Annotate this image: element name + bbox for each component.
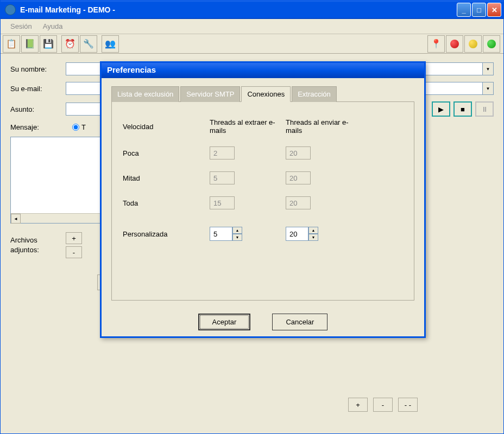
bottom-minus2-button[interactable]: - -: [398, 398, 418, 412]
attach-remove-button[interactable]: -: [66, 246, 82, 258]
row-personalizada-label: Personalizada: [123, 230, 210, 238]
message-label: Mensaje:: [10, 123, 66, 131]
app-icon: [5, 4, 16, 15]
menubar: Sesión Ayuda: [1, 19, 503, 34]
dialog-tabs: Lista de exclusión Servidor SMTP Conexio…: [111, 86, 414, 102]
header-send: Threads al enviar e-mails: [286, 118, 362, 135]
toolbar-btn-3[interactable]: 💾: [40, 35, 57, 53]
menu-sesion[interactable]: Sesión: [5, 20, 37, 33]
name-combo-arrow[interactable]: ▼: [483, 62, 494, 75]
toolbar: 📋 📗 💾 ⏰ 🔧 👥 📍: [1, 34, 503, 54]
cancel-button[interactable]: Cancelar: [272, 314, 327, 330]
name-label: Su nombre:: [10, 65, 66, 73]
minimize-button[interactable]: _: [457, 3, 471, 17]
row-mitad-label: Mitad: [123, 174, 210, 182]
header-extract: Threads al extraer e-mails: [210, 118, 286, 135]
poca-extract-input: [210, 146, 235, 159]
toda-send-input: [286, 196, 311, 209]
toolbar-btn-5[interactable]: 🔧: [80, 35, 97, 53]
attach-add-button[interactable]: +: [66, 232, 82, 244]
header-velocidad: Velocidad: [123, 123, 210, 131]
poca-send-input: [286, 146, 311, 159]
email-label: Su e-mail:: [10, 85, 66, 93]
close-button[interactable]: ✕: [487, 3, 501, 17]
play-button[interactable]: ▶: [432, 101, 450, 117]
mitad-send-input: [286, 171, 311, 184]
main-window: E-mail Marketing - DEMO - _ □ ✕ Sesión A…: [0, 0, 504, 434]
pause-button[interactable]: ⏸: [475, 101, 494, 117]
message-radio-t[interactable]: T: [72, 123, 86, 131]
email-combo-arrow[interactable]: ▼: [483, 82, 494, 95]
bottom-plus-button[interactable]: +: [348, 398, 368, 412]
status-pin[interactable]: 📍: [427, 35, 445, 53]
window-title: E-mail Marketing - DEMO -: [20, 5, 457, 14]
pers-extract-up-icon[interactable]: ▲: [232, 227, 242, 234]
pers-extract-spinner[interactable]: ▲ ▼: [210, 227, 242, 241]
pers-extract-down-icon[interactable]: ▼: [232, 234, 242, 241]
toolbar-btn-4[interactable]: ⏰: [61, 35, 79, 53]
dialog-title: Preferencias: [102, 63, 424, 78]
subject-label: Asunto:: [10, 105, 66, 113]
pers-extract-input[interactable]: [210, 227, 232, 241]
pers-send-spinner[interactable]: ▲ ▼: [286, 227, 318, 241]
row-poca-label: Poca: [123, 149, 210, 157]
toolbar-btn-6[interactable]: 👥: [102, 35, 119, 53]
menu-ayuda[interactable]: Ayuda: [37, 20, 68, 33]
toda-extract-input: [210, 196, 235, 209]
pers-send-up-icon[interactable]: ▲: [308, 227, 318, 234]
status-red[interactable]: [446, 35, 463, 53]
tab-extraccion[interactable]: Extracción: [292, 86, 337, 102]
maximize-button[interactable]: □: [472, 3, 486, 17]
titlebar: E-mail Marketing - DEMO - _ □ ✕: [1, 1, 503, 19]
row-toda-label: Toda: [123, 199, 210, 207]
status-yellow[interactable]: [464, 35, 482, 53]
mitad-extract-input: [210, 171, 235, 184]
stop-button[interactable]: ■: [453, 101, 472, 117]
status-green[interactable]: [483, 35, 500, 53]
toolbar-btn-1[interactable]: 📋: [3, 35, 20, 53]
tab-conexiones[interactable]: Conexiones: [241, 86, 291, 102]
bottom-minus-button[interactable]: -: [373, 398, 393, 412]
tab-exclusion[interactable]: Lista de exclusión: [111, 86, 179, 102]
tab-smtp[interactable]: Servidor SMTP: [180, 86, 240, 102]
ok-button[interactable]: Aceptar: [198, 314, 251, 330]
preferences-dialog: Preferencias Lista de exclusión Servidor…: [100, 61, 426, 338]
scroll-left-icon[interactable]: ◄: [11, 214, 21, 224]
tab-panel-conexiones: Velocidad Threads al extraer e-mails Thr…: [111, 102, 414, 301]
pers-send-down-icon[interactable]: ▼: [308, 234, 318, 241]
toolbar-btn-2[interactable]: 📗: [21, 35, 39, 53]
pers-send-input[interactable]: [286, 227, 308, 241]
attachments-label: Archivos adjuntos:: [10, 235, 66, 255]
